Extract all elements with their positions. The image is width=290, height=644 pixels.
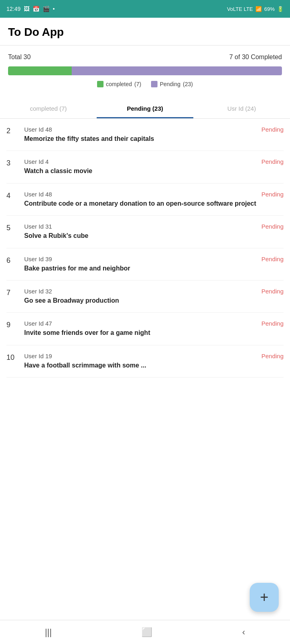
task-item[interactable]: 6 User Id 39 Pending Bake pastries for m… [6,248,284,281]
task-user-row: User Id 19 Pending [24,353,284,359]
task-item[interactable]: 4 User Id 48 Pending Contribute code or … [6,184,284,216]
battery-label: 69% [264,6,275,12]
task-title: Have a football scrimmage with some ... [24,361,284,370]
task-item[interactable]: 7 User Id 32 Pending Go see a Broadway p… [6,281,284,313]
task-status: Pending [261,320,284,327]
task-content: User Id 4 Pending Watch a classic movie [24,158,284,175]
progress-bar [8,66,282,75]
task-user-row: User Id 4 Pending [24,158,284,165]
tab-completed[interactable]: completed (7) [0,99,97,118]
task-content: User Id 39 Pending Bake pastries for me … [24,256,284,273]
progress-completed-fill [8,66,72,75]
nav-recents-icon[interactable]: ||| [45,627,52,638]
legend-completed-text: completed [106,81,132,87]
task-number: 3 [6,158,18,167]
task-status: Pending [261,191,284,198]
task-list: 2 User Id 48 Pending Memorize the fifty … [0,119,290,378]
network-label: VoLTE LTE [227,6,253,12]
task-content: User Id 32 Pending Go see a Broadway pro… [24,288,284,305]
task-user-row: User Id 48 Pending [24,191,284,198]
status-time: 12:49 [6,6,21,12]
task-item[interactable]: 5 User Id 31 Pending Solve a Rubik's cub… [6,216,284,248]
task-item[interactable]: 10 User Id 19 Pending Have a football sc… [6,345,284,378]
task-status: Pending [261,223,284,230]
legend-completed-dot [97,81,104,87]
task-user-row: User Id 32 Pending [24,288,284,295]
task-status: Pending [261,158,284,165]
task-status: Pending [261,288,284,295]
task-number: 9 [6,320,18,329]
legend-pending-dot [151,81,157,87]
task-title: Watch a classic movie [24,167,284,175]
bottom-nav: ||| ⬜ ‹ [0,620,290,644]
task-user-row: User Id 39 Pending [24,256,284,262]
app-title-bar: To Do App [0,18,290,45]
legend-pending-num: (23) [183,81,193,87]
signal-icon: 📶 [255,6,262,12]
task-user: User Id 31 [24,223,52,230]
task-user-row: User Id 31 Pending [24,223,284,230]
task-user: User Id 4 [24,158,49,165]
task-status: Pending [261,126,284,133]
task-title: Bake pastries for me and neighbor [24,264,284,273]
legend-pending-text: Pending [160,81,180,87]
dot-icon: • [53,6,55,12]
stats-header: Total 30 7 of 30 Completed [8,54,282,61]
task-number: 6 [6,256,18,265]
task-content: User Id 47 Pending Invite some friends o… [24,320,284,337]
status-left: 12:49 🖼 📅 🎬 • [6,6,55,12]
legend-pending: Pending (23) [151,81,193,87]
task-item[interactable]: 9 User Id 47 Pending Invite some friends… [6,313,284,345]
calendar-icon: 📅 [33,6,39,12]
legend-completed: completed (7) [97,81,141,87]
task-user: User Id 39 [24,256,52,262]
photo-icon: 🖼 [24,6,29,12]
app-title: To Do App [8,26,282,39]
total-label: Total 30 [8,54,31,61]
nav-home-icon[interactable]: ⬜ [141,627,152,638]
task-item[interactable]: 2 User Id 48 Pending Memorize the fifty … [6,119,284,151]
task-user-row: User Id 48 Pending [24,126,284,133]
legend: completed (7) Pending (23) [8,81,282,87]
tab-usrid[interactable]: Usr Id (24) [193,99,290,118]
task-number: 5 [6,223,18,232]
task-content: User Id 19 Pending Have a football scrim… [24,353,284,370]
fab-add-button[interactable]: + [250,583,279,612]
task-title: Solve a Rubik's cube [24,231,284,240]
task-content: User Id 48 Pending Memorize the fifty st… [24,126,284,143]
task-number: 2 [6,126,18,135]
task-user: User Id 48 [24,126,52,133]
task-content: User Id 48 Pending Contribute code or a … [24,191,284,208]
status-right: VoLTE LTE 📶 69% 🔋 [227,6,284,12]
task-number: 4 [6,191,18,200]
task-user-row: User Id 47 Pending [24,320,284,327]
tabs-container: completed (7) Pending (23) Usr Id (24) [0,99,290,119]
task-number: 10 [6,353,18,362]
task-status: Pending [261,353,284,359]
progress-pending-fill [72,66,282,75]
task-status: Pending [261,256,284,262]
task-user: User Id 32 [24,288,52,295]
nav-back-icon[interactable]: ‹ [242,627,245,638]
task-content: User Id 31 Pending Solve a Rubik's cube [24,223,284,240]
status-bar: 12:49 🖼 📅 🎬 • VoLTE LTE 📶 69% 🔋 [0,0,290,18]
tab-pending[interactable]: Pending (23) [97,99,193,118]
legend-completed-num: (7) [135,81,141,87]
task-title: Contribute code or a monetary donation t… [24,199,284,208]
task-item[interactable]: 3 User Id 4 Pending Watch a classic movi… [6,151,284,183]
battery-icon: 🔋 [277,6,284,12]
task-user: User Id 48 [24,191,52,198]
completed-label: 7 of 30 Completed [229,54,282,61]
media-icon: 🎬 [43,6,50,12]
task-title: Memorize the fifty states and their capi… [24,134,284,143]
task-title: Invite some friends over for a game nigh… [24,328,284,337]
task-user: User Id 47 [24,320,52,327]
task-title: Go see a Broadway production [24,296,284,305]
stats-section: Total 30 7 of 30 Completed completed (7)… [0,45,290,95]
task-user: User Id 19 [24,353,52,359]
task-number: 7 [6,288,18,297]
